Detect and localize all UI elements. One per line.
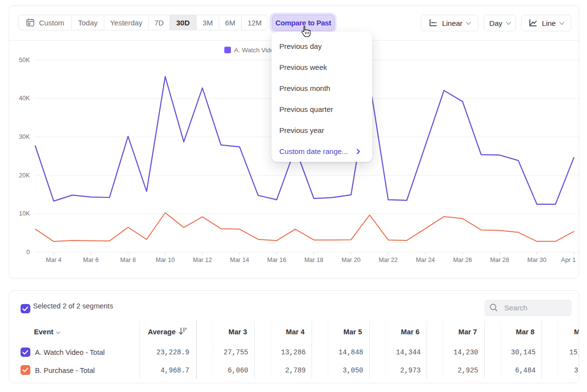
svg-text:Mar 26: Mar 26 [453, 257, 472, 263]
svg-text:Mar 8: Mar 8 [120, 257, 136, 263]
svg-text:Mar 18: Mar 18 [304, 257, 323, 263]
svg-text:Mar 16: Mar 16 [267, 257, 286, 263]
svg-text:Mar 30: Mar 30 [527, 257, 546, 263]
svg-text:10K: 10K [19, 210, 30, 217]
svg-text:40K: 40K [19, 95, 30, 102]
svg-text:Mar 22: Mar 22 [379, 257, 398, 263]
svg-text:Mar 6: Mar 6 [83, 257, 99, 263]
svg-text:50K: 50K [19, 57, 30, 64]
svg-text:0: 0 [26, 249, 30, 256]
svg-text:Apr 1: Apr 1 [561, 257, 576, 263]
svg-text:Mar 14: Mar 14 [230, 257, 249, 263]
svg-text:Mar 10: Mar 10 [156, 257, 175, 263]
svg-text:Mar 28: Mar 28 [490, 257, 509, 263]
svg-text:30K: 30K [19, 133, 30, 140]
svg-text:Mar 4: Mar 4 [46, 257, 62, 263]
svg-text:Mar 24: Mar 24 [416, 257, 435, 263]
svg-text:Mar 12: Mar 12 [193, 257, 212, 263]
svg-text:20K: 20K [19, 172, 30, 179]
svg-text:Mar 20: Mar 20 [341, 257, 361, 263]
